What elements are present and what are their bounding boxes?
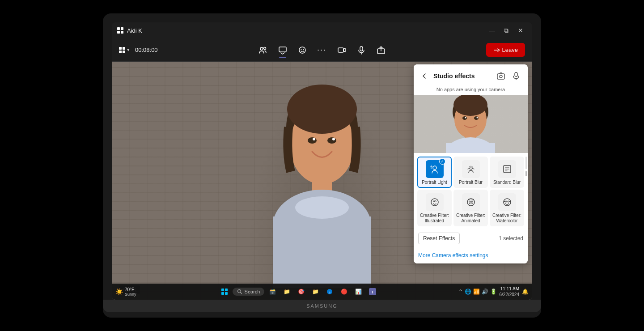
svg-point-46: [505, 201, 507, 202]
participants-button[interactable]: [254, 41, 272, 59]
reaction-button[interactable]: [293, 41, 311, 59]
video-button[interactable]: [333, 41, 351, 59]
svg-point-4: [301, 49, 301, 50]
svg-point-44: [471, 201, 473, 202]
svg-rect-14: [273, 216, 371, 288]
leave-button[interactable]: Leave: [486, 43, 525, 57]
taskbar-center: Search 🗃️ 📁 🎯 📁 e 🔴 �: [139, 285, 458, 298]
system-clock[interactable]: 11:11 AM 6/22/2024: [500, 286, 520, 297]
effects-grid: ✓ Portrait Light: [414, 153, 528, 230]
weather-widget[interactable]: ☀️ 70°F Sunny: [115, 287, 136, 297]
illustrated-icon-wrap: [426, 193, 444, 211]
portrait-blur-label: Portrait Blur: [459, 180, 483, 185]
tray-volume-icon[interactable]: 🔊: [482, 289, 488, 295]
taskbar-icon-1[interactable]: 🗃️: [266, 285, 279, 298]
app-grid-icon: [117, 27, 123, 34]
svg-point-0: [260, 47, 263, 50]
panel-header-icons: [495, 70, 522, 82]
svg-rect-51: [225, 292, 228, 295]
illustrated-label: Creative Filter: Illustrated: [420, 213, 449, 224]
teams-window: Aidi K — ⧉ ✕ ▾: [112, 22, 532, 300]
svg-text:e: e: [329, 291, 330, 294]
tray-network-icon[interactable]: 🌐: [465, 289, 471, 295]
panel-header: Studio effects: [414, 64, 528, 86]
clock-time: 11:11 AM: [500, 286, 520, 292]
camera-status-text: No apps are using your camera: [414, 86, 528, 95]
effects-footer: Reset Effects 1 selected: [414, 230, 528, 248]
notification-icon[interactable]: 🔔: [522, 289, 529, 295]
svg-point-20: [287, 85, 357, 134]
taskbar-left: ☀️ 70°F Sunny: [115, 287, 139, 297]
mic-icon-button[interactable]: [510, 70, 522, 82]
svg-rect-31: [446, 143, 495, 153]
search-label: Search: [245, 289, 260, 294]
search-bar[interactable]: Search: [233, 288, 265, 296]
clock-date: 6/22/2024: [500, 292, 520, 297]
video-area: Aidi K Studio effects: [112, 62, 532, 300]
effect-creative-illustrated[interactable]: Creative Filter: Illustrated: [417, 190, 452, 226]
effect-standard-blur[interactable]: Standard Blur: [490, 157, 524, 188]
laptop-frame: Aidi K — ⧉ ✕ ▾: [103, 13, 541, 318]
svg-point-52: [237, 290, 241, 293]
panel-title: Studio effects: [433, 72, 491, 80]
taskbar-icon-5[interactable]: e: [323, 285, 336, 298]
camera-icon-button[interactable]: [495, 70, 507, 82]
weather-condition: Sunny: [125, 292, 136, 297]
effect-portrait-blur[interactable]: Portrait Blur: [453, 157, 488, 188]
animated-label: Creative Filter: Animated: [456, 213, 485, 224]
tray-wifi-icon[interactable]: 📶: [473, 289, 480, 295]
watercolor-icon-wrap: [498, 193, 516, 211]
svg-point-1: [263, 47, 266, 49]
mic-button[interactable]: [352, 41, 370, 59]
laptop-brand: SAMSUNG: [103, 300, 541, 312]
more-settings-link[interactable]: More Camera effects settings: [418, 252, 488, 259]
view-switcher[interactable]: ▾: [119, 47, 130, 53]
start-button[interactable]: [218, 285, 231, 298]
svg-point-43: [469, 201, 470, 202]
more-button[interactable]: ···: [313, 41, 331, 59]
taskbar-right: ⌃ 🌐 📶 🔊 🔋 11:11 AM 6/22/2024 🔔: [458, 286, 529, 297]
tray-battery-icon[interactable]: 🔋: [490, 289, 497, 295]
svg-point-15: [295, 196, 349, 219]
chat-button[interactable]: [274, 41, 292, 59]
teams-taskbar-icon[interactable]: T: [366, 285, 379, 298]
svg-point-35: [465, 117, 466, 119]
close-button[interactable]: ✕: [514, 24, 527, 37]
tray-chevron[interactable]: ⌃: [458, 289, 463, 295]
effect-creative-watercolor[interactable]: Creative Filter: Watercolor: [490, 190, 524, 226]
selected-checkmark: ✓: [439, 158, 445, 165]
svg-rect-48: [221, 289, 224, 291]
svg-point-34: [474, 116, 479, 120]
weather-icon: ☀️: [115, 288, 123, 295]
svg-rect-49: [225, 289, 228, 291]
minimize-button[interactable]: —: [486, 24, 498, 37]
title-bar-controls: — ⧉ ✕: [486, 24, 527, 37]
svg-point-37: [433, 166, 436, 170]
share-button[interactable]: [372, 41, 390, 59]
svg-point-3: [299, 47, 305, 53]
svg-point-17: [327, 137, 336, 144]
effect-creative-animated[interactable]: Creative Filter: Animated: [453, 190, 488, 226]
svg-rect-23: [515, 72, 517, 76]
svg-rect-2: [279, 47, 286, 52]
svg-rect-7: [360, 47, 363, 51]
laptop-screen: Aidi K — ⧉ ✕ ▾: [112, 22, 532, 300]
toolbar-center: ···: [161, 41, 483, 59]
taskbar: ☀️ 70°F Sunny: [112, 284, 532, 300]
reset-effects-button[interactable]: Reset Effects: [418, 233, 460, 244]
weather-temp: 70°F: [125, 287, 136, 292]
effect-portrait-light[interactable]: ✓ Portrait Light: [417, 157, 452, 188]
maximize-button[interactable]: ⧉: [500, 24, 513, 37]
svg-point-36: [477, 117, 478, 119]
back-button[interactable]: [419, 71, 430, 81]
taskbar-icon-4[interactable]: 📁: [309, 285, 322, 298]
taskbar-icon-6[interactable]: 🔴: [338, 285, 350, 298]
taskbar-icon-7[interactable]: 📊: [352, 285, 364, 298]
svg-rect-21: [497, 74, 504, 79]
animated-icon-wrap: [462, 193, 480, 211]
person-silhouette: [246, 73, 398, 288]
taskbar-icon-2[interactable]: 📁: [280, 285, 293, 298]
standard-blur-label: Standard Blur: [493, 180, 521, 185]
taskbar-icon-3[interactable]: 🎯: [295, 285, 307, 298]
more-settings-section: More Camera effects settings: [414, 248, 528, 263]
